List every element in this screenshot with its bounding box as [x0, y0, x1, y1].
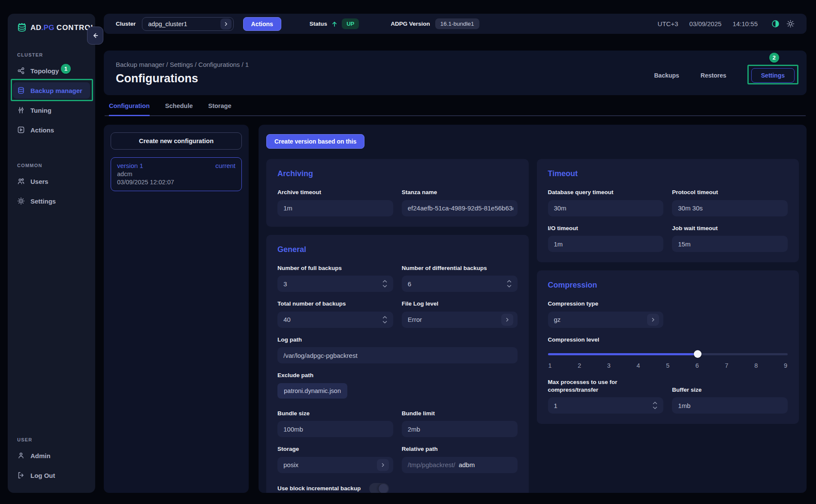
compression-level-ticks: 1 2 3 4 5 6 7 8 9 [548, 362, 788, 369]
page-header: Backup manager / Settings / Configuratio… [104, 51, 807, 95]
sidebar-item-backup-manager[interactable]: Backup manager 1 [13, 82, 90, 99]
log-path-label: Log path [277, 336, 518, 344]
total-backups-label: Total number of backups [277, 300, 393, 308]
sidebar-item-tuning[interactable]: Tuning [13, 102, 90, 118]
sidebar-item-settings[interactable]: Settings [13, 193, 90, 209]
backups-button[interactable]: Backups [646, 69, 687, 82]
person-icon [17, 452, 25, 459]
sidebar-item-label: Tuning [30, 107, 51, 114]
sidebar-item-users[interactable]: Users [13, 173, 90, 189]
compression-type-select[interactable]: gz [548, 312, 664, 328]
cluster-label: Cluster [116, 21, 136, 27]
stepper-icons[interactable] [381, 280, 389, 288]
actions-button[interactable]: Actions [243, 17, 281, 31]
status-badge: UP [342, 18, 359, 29]
archive-timeout-label: Archive timeout [277, 189, 393, 196]
configuration-editor-panel: Create version based on this Archiving A… [259, 125, 807, 493]
io-timeout-label: I/O timeout [548, 225, 664, 232]
exclude-path-chip[interactable]: patroni.dynamic.json [277, 383, 347, 399]
db-query-timeout-input[interactable]: 30m [548, 200, 664, 216]
archiving-card: Archiving Archive timeout 1m Stanza name [266, 159, 529, 227]
compression-level-knob[interactable] [694, 350, 702, 358]
archive-timeout-input[interactable]: 1m [277, 200, 393, 216]
general-title: General [277, 245, 518, 254]
arrow-up-icon [331, 21, 338, 27]
annotation-badge-1: 1 [61, 64, 71, 74]
restores-button[interactable]: Restores [693, 69, 734, 82]
theme-toggle-icon[interactable] [771, 20, 780, 28]
timezone-text: UTC+3 [658, 20, 678, 27]
sun-icon[interactable] [786, 20, 795, 28]
sidebar-collapse-button[interactable] [87, 27, 103, 45]
log-path-input[interactable]: /var/log/adpgc-pgbackrest [277, 347, 518, 363]
stepper-icons[interactable] [505, 280, 513, 288]
database-icon [17, 87, 25, 94]
breadcrumb[interactable]: Backup manager / Settings / Configuratio… [116, 61, 249, 68]
buffer-size-label: Buffer size [672, 386, 788, 394]
total-backups-stepper[interactable]: 40 [277, 312, 393, 328]
storage-select[interactable]: posix [277, 457, 393, 473]
sidebar-item-admin[interactable]: Admin [13, 447, 90, 464]
sidebar-item-topology[interactable]: Topology [13, 63, 90, 79]
sidebar-item-label: Admin [30, 452, 51, 459]
topbar: Cluster adpg_cluster1 Actions Status UP … [104, 14, 807, 34]
editor-left-column: Archiving Archive timeout 1m Stanza name [266, 159, 529, 493]
cluster-select[interactable]: adpg_cluster1 [142, 17, 234, 31]
sidebar: AD.PGCONTROL CLUSTER Topology [8, 14, 95, 493]
settings-button-wrap: Settings 2 [751, 68, 795, 83]
io-timeout-input[interactable]: 1m [548, 236, 664, 252]
annotation-badge-2: 2 [769, 53, 779, 63]
sidebar-section-cluster: CLUSTER [17, 52, 90, 57]
page-header-left: Backup manager / Settings / Configuratio… [116, 61, 249, 85]
stepper-icons[interactable] [381, 316, 389, 324]
compression-level-fill [548, 353, 698, 355]
protocol-timeout-label: Protocol timeout [672, 189, 788, 196]
tab-configuration[interactable]: Configuration [109, 102, 150, 116]
sidebar-section-common: COMMON [17, 163, 90, 168]
app-logo: AD.PGCONTROL [16, 22, 90, 33]
full-backups-stepper[interactable]: 3 [277, 276, 393, 292]
create-new-configuration-button[interactable]: Create new configuration [111, 132, 242, 150]
topology-icon [17, 67, 25, 75]
sidebar-user-section: USER Admin Log Out [13, 437, 90, 483]
time-text: 14:10:55 [733, 20, 758, 27]
sidebar-item-label: Topology [30, 67, 59, 75]
max-processes-stepper[interactable]: 1 [548, 397, 664, 414]
archiving-title: Archiving [277, 169, 518, 178]
version-author: adcm [117, 171, 235, 177]
chevron-right-icon [647, 314, 659, 326]
tab-bar: Configuration Schedule Storage [105, 102, 806, 116]
relative-path-prefix: /tmp/pgbackrest/ [408, 461, 455, 468]
sidebar-item-label: Users [30, 178, 48, 185]
version-name: version 1 [117, 162, 143, 169]
version-card[interactable]: version 1 current adcm 03/09/2025 12:02:… [111, 157, 242, 191]
tab-storage[interactable]: Storage [208, 102, 232, 115]
diff-backups-stepper[interactable]: 6 [402, 276, 518, 292]
create-version-button[interactable]: Create version based on this [266, 134, 364, 149]
bundle-limit-input[interactable]: 2mb [402, 421, 518, 437]
relative-path-input[interactable]: /tmp/pgbackrest/ adbm [402, 457, 518, 473]
app-root: AD.PGCONTROL CLUSTER Topology [0, 0, 816, 504]
editor-right-column: Timeout Database query timeout 30m Proto [537, 159, 799, 493]
block-incremental-toggle[interactable] [369, 483, 389, 493]
stepper-icons[interactable] [651, 402, 659, 409]
buffer-size-input[interactable]: 1mb [672, 397, 788, 414]
job-wait-timeout-input[interactable]: 15m [672, 236, 788, 252]
stanza-name-input[interactable]: ef24aefb-51ca-4989-92d5-81e56b63cc [402, 200, 518, 216]
chevron-right-icon [220, 18, 232, 30]
adpg-version-group: ADPG Version 16.1-bundle1 [391, 18, 479, 29]
max-processes-label: Max processes to use for compress/transf… [548, 378, 655, 393]
compression-card: Compression Compression type gz [537, 270, 799, 424]
compression-type-label: Compression type [548, 300, 664, 308]
compression-level-slider[interactable] [548, 350, 788, 358]
tab-schedule[interactable]: Schedule [165, 102, 193, 115]
protocol-timeout-input[interactable]: 30m 30s [672, 200, 788, 216]
sidebar-item-logout[interactable]: Log Out [13, 467, 90, 483]
timeout-title: Timeout [548, 169, 788, 178]
file-log-level-select[interactable]: Error [402, 312, 518, 328]
bundle-size-input[interactable]: 100mb [277, 421, 393, 437]
sidebar-item-actions[interactable]: Actions [13, 122, 90, 138]
chevron-right-icon [501, 314, 513, 326]
topbar-right: UTC+3 03/09/2025 14:10:55 [658, 20, 795, 28]
settings-button[interactable]: Settings [751, 68, 795, 83]
